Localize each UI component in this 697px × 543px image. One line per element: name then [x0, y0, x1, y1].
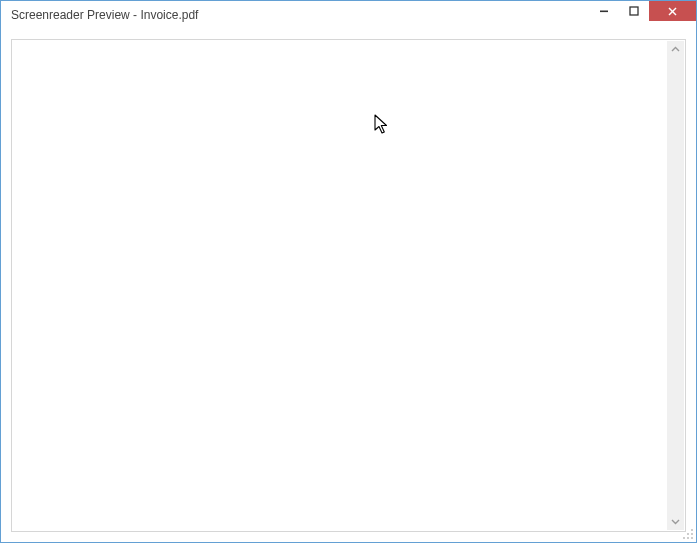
resize-grip-icon[interactable] — [682, 528, 694, 540]
close-button[interactable] — [649, 1, 696, 21]
svg-point-9 — [691, 537, 693, 539]
preview-pane — [11, 39, 686, 532]
svg-rect-1 — [630, 7, 638, 15]
window-controls — [589, 1, 696, 21]
svg-point-4 — [691, 529, 693, 531]
svg-point-5 — [687, 533, 689, 535]
titlebar[interactable]: Screenreader Preview - Invoice.pdf — [1, 1, 696, 30]
svg-point-6 — [691, 533, 693, 535]
vertical-scrollbar[interactable] — [667, 41, 684, 530]
window-frame: Screenreader Preview - Invoice.pdf — [0, 0, 697, 543]
svg-point-8 — [687, 537, 689, 539]
window-title: Screenreader Preview - Invoice.pdf — [11, 1, 198, 30]
maximize-button[interactable] — [619, 1, 649, 21]
minimize-button[interactable] — [589, 1, 619, 21]
scroll-up-arrow-icon[interactable] — [667, 41, 684, 58]
svg-rect-0 — [600, 11, 608, 13]
svg-point-7 — [683, 537, 685, 539]
